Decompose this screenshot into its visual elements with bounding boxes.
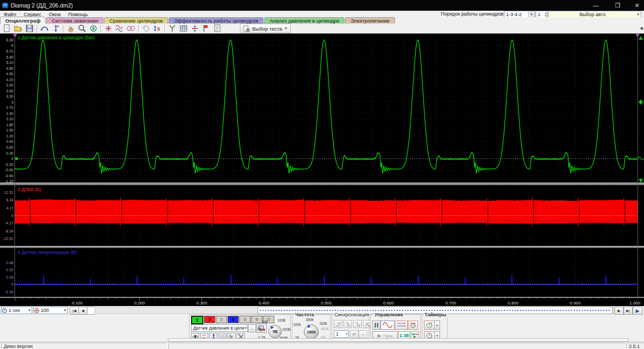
chevron-down-icon[interactable]: ▼ (28, 309, 31, 312)
spinner-arrows-icon[interactable]: ▲▼ (545, 12, 547, 17)
svg-text:5.70: 5.70 (6, 49, 13, 53)
sensor-more-button[interactable]: ... (248, 324, 256, 332)
sync-channel-combo[interactable]: 1 ▼ (334, 330, 349, 338)
sine-icon (382, 322, 393, 328)
new-file-button[interactable] (1, 24, 12, 34)
sort-z0-button[interactable]: 0 (151, 24, 163, 34)
report-button[interactable] (211, 24, 223, 34)
hand-button[interactable] (65, 24, 76, 34)
frequency-knob[interactable]: 160К (304, 324, 319, 339)
timebase-value: 1 сек (7, 308, 28, 313)
chevron-down-icon[interactable]: ▼ (63, 309, 67, 312)
channels-marker-icon (168, 24, 177, 33)
table-button[interactable] (178, 24, 189, 34)
toolbar: 0 Выбор теста ▼ ◀ (0, 24, 644, 34)
thumb-dots (260, 310, 611, 311)
test-select-button[interactable]: Выбор теста ▼ (240, 24, 291, 33)
rate-icon (34, 308, 39, 313)
chevron-down-icon[interactable]: ▼ (528, 11, 535, 17)
falling-edge-icon (345, 321, 351, 327)
waves-compare-button[interactable] (114, 24, 125, 34)
menu-item-0[interactable]: Файл (0, 11, 20, 17)
status-middle (169, 343, 626, 349)
title-bar: Diamag 2 (ДД_206.dm2) — ❒ ✕ (0, 0, 644, 11)
channel-button-5[interactable]: 5 (239, 316, 251, 323)
sync-delay-button[interactable]: ⇄ (350, 330, 358, 338)
svg-text:12.51: 12.51 (4, 191, 13, 194)
rising-edge-button[interactable] (334, 320, 342, 328)
channel-button-1[interactable]: 1 (191, 316, 203, 324)
pause-button[interactable] (372, 321, 380, 330)
scroll-play-button[interactable]: ▶ (633, 307, 642, 315)
channel-button-4[interactable]: 4 (228, 316, 239, 323)
toolbar-overflow-icon[interactable]: ◀ (640, 26, 643, 31)
frequency-knob-value: 160К (307, 330, 316, 334)
fit-horizontal-button[interactable] (39, 24, 50, 34)
tab-3[interactable]: Эффективность работы цилиндров (169, 17, 264, 24)
svg-text:-8.34: -8.34 (5, 229, 13, 233)
svg-text:0: 0 (157, 26, 160, 32)
tab-5[interactable]: Электропитание (345, 17, 394, 24)
sync-width-button[interactable]: ↔ (358, 330, 367, 338)
clock-icon (2, 308, 7, 313)
channel-button-6[interactable]: 6 (251, 316, 262, 323)
hand-icon (67, 24, 75, 33)
svg-text:5.40: 5.40 (6, 55, 13, 59)
timer1-button[interactable] (424, 321, 435, 330)
x-tick-label: 0.900 (570, 301, 581, 306)
toolbar-icons: 0 (1, 24, 223, 34)
spark-button[interactable] (103, 24, 114, 34)
channel-button-3[interactable]: 3 (216, 316, 227, 323)
channels-marker-button[interactable] (166, 24, 178, 34)
rate-combo[interactable]: 100 ▼ (33, 307, 68, 314)
waves-pair-button[interactable] (125, 24, 136, 34)
minimize-button[interactable]: — (587, 1, 605, 10)
menu-item-2[interactable]: Окна (45, 11, 64, 17)
toolbar-separator (100, 25, 101, 32)
start-label: Пуск (383, 333, 392, 338)
sensor-combo[interactable]: Датчик давления в цилиндре ▼ (191, 324, 248, 332)
zero-marker-green[interactable] (15, 157, 18, 161)
open-folder-button[interactable] (12, 24, 24, 34)
scroll-fwd-button[interactable]: ▶ (614, 307, 624, 315)
sine-mode-button[interactable] (380, 321, 394, 330)
x-tick-label: 0.400 (259, 301, 270, 306)
timebase-combo[interactable]: 1 сек ▼ (1, 307, 32, 314)
save-button[interactable] (24, 24, 35, 34)
svg-text:0.90: 0.90 (6, 140, 13, 143)
tab-4[interactable]: Анализ давления в цилиндре (264, 17, 345, 24)
maximize-button[interactable]: ❒ (609, 1, 627, 10)
pulse-edge-button[interactable] (353, 320, 362, 328)
svg-text:8.34: 8.34 (6, 198, 13, 202)
zoom-button[interactable] (76, 24, 87, 34)
sweep-mode-button[interactable] (395, 321, 408, 330)
scroll-home-button[interactable]: |◀ (70, 307, 79, 315)
sync-trigger-buttons (334, 320, 371, 328)
menu-item-3[interactable]: Помощь (64, 11, 92, 17)
time-scroll-row: 1 сек ▼ 100 ▼ |◀ ◀ ▶ ▶| ▶ (0, 306, 644, 315)
channel-label-1: 1 Датчик давления в цилиндре (Bar) (18, 35, 94, 40)
channel-button-2[interactable]: 2 (204, 316, 215, 323)
tab-1[interactable]: Система зажигания (46, 17, 103, 24)
flag-button[interactable] (200, 24, 211, 34)
oscilloscope-plot[interactable]: 6.3065.705.405.104.804.504.203.903.603.3… (0, 33, 644, 306)
scroll-end-button[interactable]: ▶| (624, 307, 633, 315)
menu-item-1[interactable]: Сервис (20, 11, 45, 17)
probe-button[interactable] (87, 24, 99, 34)
scroll-back-button[interactable]: ◀ (78, 307, 87, 315)
record-timer-button[interactable] (408, 321, 418, 330)
menu-items: ФайлСервисОкнаПомощь (0, 11, 92, 17)
close-button[interactable]: ✕ (628, 1, 644, 10)
chevron-down-icon[interactable]: ▼ (244, 326, 247, 330)
alarm-clock-icon (410, 322, 416, 328)
flag-icon (202, 24, 210, 33)
x-tick-label: 0.300 (196, 301, 208, 306)
falling-edge-button[interactable] (343, 320, 352, 328)
fit-vertical-button[interactable] (50, 24, 61, 34)
timer1-dropdown[interactable]: ▼ (434, 321, 440, 330)
divide-button[interactable] (189, 24, 200, 34)
tab-2[interactable]: Сравнение цилиндров (104, 17, 168, 24)
refresh-disabled-button[interactable] (140, 24, 151, 34)
chevron-down-icon[interactable]: ▼ (636, 13, 640, 16)
chevron-down-icon[interactable]: ▼ (345, 332, 348, 336)
